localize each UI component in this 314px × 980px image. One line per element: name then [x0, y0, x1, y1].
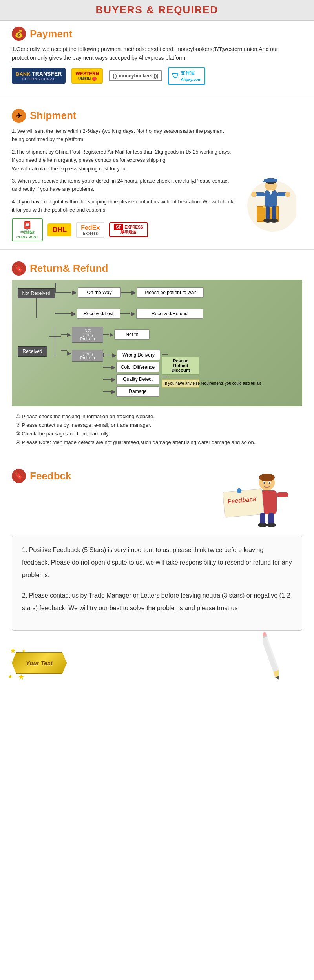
western-union-bottom: UNION 🔴 — [75, 77, 99, 81]
alipay-text: 支付宝Alipay.com — [181, 70, 201, 82]
received-col: Received — [18, 327, 47, 357]
shipment-title-row: ✈ Shipment — [12, 109, 302, 123]
arrow-2: ▶ — [131, 289, 136, 296]
feedback-illustration: Feedback — [220, 469, 298, 532]
shipment-para-3: 3. When you receive the items you ordere… — [12, 177, 234, 194]
dm-h — [103, 391, 111, 392]
shipment-para-4: 4. If you have not got it within the shi… — [12, 197, 234, 214]
chinapost-icon: 📮 — [22, 221, 32, 230]
h-line-2 — [121, 292, 131, 293]
dm-arrow: ▶ — [111, 388, 116, 395]
nqp-v-connector — [49, 327, 61, 357]
moneybookers-logo: ((( moneybookers ))) — [109, 70, 162, 81]
cd-h — [103, 367, 111, 368]
nqp-top-v — [55, 327, 55, 336]
payment-text: 1.Generally, we accept the following pay… — [12, 45, 302, 62]
refund-icon-circle: 🔖 — [12, 261, 26, 276]
damage-box: Damage — [116, 386, 159, 397]
shipment-logos: 📮 中国邮政CHINA POST DHL FedEx Express SF EX… — [12, 218, 234, 241]
shipment-para-1: 1. We will sent the items within 2-5days… — [12, 127, 234, 144]
svg-point-11 — [285, 192, 290, 197]
shipment-content: 1. We will sent the items within 2-5days… — [12, 127, 302, 241]
out-h1 — [162, 354, 168, 355]
qp-v — [61, 350, 67, 351]
svg-rect-19 — [263, 181, 267, 182]
refund-icon: 🔖 — [15, 264, 23, 273]
on-the-way-box: On the Way — [78, 287, 121, 298]
payment-section: 💰 Payment 1.Generally, we accept the fol… — [0, 21, 314, 95]
qp-subbranches: ▶ Wrong Delivery ▶ Color Difference — [103, 350, 160, 397]
bank-transfer-top: BANK TRANSFER — [16, 71, 62, 77]
ribbon-container: ★ ★ ★ ★ Your Text — [8, 646, 71, 682]
received-lost-box: Received/Lost — [77, 309, 120, 319]
nqp-row: ▶ NotQualityProblem ▶ Not fit — [61, 327, 150, 343]
shipment-section: ✈ Shipment 1. We will sent the items wit… — [0, 103, 314, 247]
fedex-logo: FedEx Express — [76, 222, 104, 238]
alipay-logo: 🛡 支付宝Alipay.com — [168, 67, 205, 85]
feedback-para-2: 2. Please contact us by Trade Manager or… — [22, 589, 292, 614]
refund-notes: ① Please check the tracking in formation… — [12, 406, 302, 449]
out-h2 — [162, 377, 168, 377]
svg-point-33 — [269, 482, 270, 484]
chinapost-logo: 📮 中国邮政CHINA POST — [12, 218, 43, 241]
payment-icon: 💰 — [12, 27, 26, 41]
on-the-way-row: ▶ On the Way ▶ Please be patient to wait — [55, 287, 204, 298]
refund-title-row: 🔖 Return& Refund — [12, 261, 302, 276]
feedback-heading: Feedbck — [30, 470, 71, 482]
pencil-svg — [263, 631, 279, 682]
bottom-row: ★ ★ ★ ★ Your Text — [12, 634, 302, 682]
chinapost-text: 中国邮政CHINA POST — [16, 230, 38, 239]
sf-express-logo: SF EXPRESS顺丰速运 — [109, 222, 148, 237]
payment-logos: BANK TRANSFER INTERNATIONAL WESTERN UNIO… — [12, 67, 302, 85]
shipment-icon-circle: ✈ — [12, 109, 26, 123]
ribbon-shape: Your Text — [12, 652, 67, 674]
moneybookers-text: ((( moneybookers ))) — [113, 73, 158, 79]
star-bl: ★ — [8, 673, 13, 680]
note-4: ④ Please Note: Men made defects are not … — [14, 438, 300, 447]
qd-arrow: ▶ — [111, 376, 116, 382]
feedback-icon: 🔖 — [15, 472, 23, 480]
received-branches: ▶ NotQualityProblem ▶ Not fit ▶ — [49, 327, 199, 399]
payment-heading: Payment — [30, 28, 72, 40]
arrow-4: ▶ — [131, 310, 135, 317]
not-fit-box: Not fit — [114, 329, 150, 340]
feedback-para-1: 1. Positive Feedback (5 Stars) is very i… — [22, 544, 292, 581]
feedback-icon-circle: 🔖 — [12, 469, 26, 483]
svg-rect-13 — [272, 206, 276, 220]
shipment-para-2: 2.The shipment by China Post Registered … — [12, 148, 234, 173]
notes-list: ① Please check the tracking in formation… — [14, 412, 300, 447]
svg-rect-12 — [266, 206, 270, 220]
nqp-arrow2: ▶ — [110, 331, 114, 338]
delivery-illustration — [239, 127, 302, 241]
nqp-branch: ▶ NotQualityProblem ▶ Not fit ▶ — [49, 327, 199, 397]
note-1: ① Please check the tracking in formation… — [14, 412, 300, 421]
cd-arrow: ▶ — [111, 364, 116, 370]
qp-branch: ▶ QualityProblem ▶ — [61, 350, 199, 397]
qp-arrow: ▶ — [67, 350, 71, 356]
quality-defect-box: Quality Defect — [116, 374, 159, 384]
feedback-section: 🔖 Feedbck Feedback — [0, 463, 314, 687]
fedex-text: FedEx — [81, 224, 100, 231]
qp-items: ▶ Wrong Delivery ▶ Color Difference — [103, 350, 160, 397]
wrong-delivery-row: ▶ Wrong Delivery — [103, 350, 160, 360]
qp-box: QualityProblem — [72, 350, 103, 362]
h-line-3 — [55, 313, 71, 314]
damage-row: ▶ Damage — [103, 386, 159, 397]
wd-arrow: ▶ — [112, 352, 117, 358]
bank-transfer-logo: BANK TRANSFER INTERNATIONAL — [12, 68, 66, 84]
nqp-content: ▶ NotQualityProblem ▶ Not fit ▶ — [61, 327, 199, 397]
shipment-heading: Shipment — [30, 110, 76, 122]
arrow-3: ▶ — [71, 310, 76, 317]
page-title: BUYERS & REQUIRED — [0, 4, 314, 16]
received-row: Received ▶ NotQualityProblem — [18, 327, 296, 399]
nqp-h2 — [61, 334, 67, 335]
received-refund-box: Received/Refund — [136, 309, 203, 319]
feedback-title-row: 🔖 Feedbck — [12, 469, 71, 483]
svg-rect-35 — [268, 513, 274, 525]
wrong-delivery-box: Wrong Delivery — [117, 350, 160, 360]
arrow-1: ▶ — [72, 289, 77, 296]
refund-heading: Return& Refund — [30, 262, 108, 274]
svg-point-29 — [259, 474, 275, 481]
ribbon-text: Your Text — [26, 660, 53, 666]
resend-box: ResendRefundDiscount — [162, 357, 199, 375]
